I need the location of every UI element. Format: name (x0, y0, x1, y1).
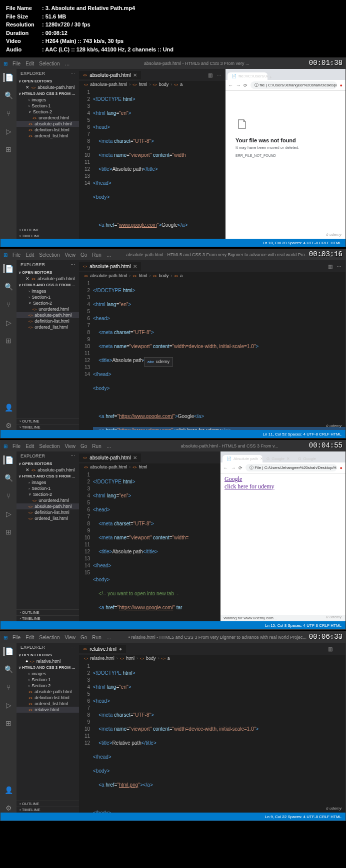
menu-run[interactable]: Run (92, 635, 101, 640)
forward-button[interactable]: → (231, 465, 236, 470)
menu-go[interactable]: Go (80, 252, 87, 258)
open-editor-item[interactable]: ✕<>absolute-path.html (16, 467, 79, 473)
more-menu[interactable]: … (65, 61, 70, 66)
project-section[interactable]: ∨HTML5 AND CSS 3 FROM ... (16, 282, 79, 288)
debug-icon[interactable]: ▷ (4, 701, 13, 710)
code-editor[interactable]: 1234567891011121314 <!DOCTYPE html> <htm… (79, 88, 226, 239)
tab-close-icon[interactable]: ✕ (133, 455, 137, 460)
split-icon[interactable]: ▥ (328, 646, 332, 652)
folder-section2[interactable]: ›Section-2 (16, 683, 79, 689)
browser-tab[interactable]: 📄 file:///C:/Users/Jehangeer%20s ✕ (228, 72, 268, 80)
url-bar[interactable]: ⓘ File | C:/Users/Jehangeer%20shah/Deskt… (246, 464, 337, 471)
project-section[interactable]: ∨HTML5 AND CSS 3 FROM ... (16, 664, 79, 671)
menu-view[interactable]: View (65, 252, 76, 258)
file-absolute[interactable]: <>absolute-path.html (16, 121, 79, 127)
code-editor[interactable]: 1234567891011121314 <!DOCTYPE html> <htm… (79, 279, 346, 430)
gear-icon[interactable]: ⚙ (4, 421, 13, 430)
folder-images[interactable]: ›images (16, 288, 79, 294)
folder-section1[interactable]: ›Section-1 (16, 103, 79, 109)
source-control-icon[interactable]: ⑂ (4, 300, 13, 309)
menu-edit[interactable]: Edit (26, 61, 34, 66)
file-ordered[interactable]: <>ordered_list.html (16, 324, 79, 330)
browser-tab-2[interactable]: G Google ✕ (262, 455, 294, 462)
reload-button[interactable]: ⟳ (244, 83, 248, 88)
tab-absolute[interactable]: <>absolute-path.html✕ (79, 262, 141, 271)
file-definition[interactable]: <>definition-list.html (16, 318, 79, 324)
menu-selection[interactable]: Selection (39, 443, 60, 449)
status-bar[interactable]: Ln 10, Col 28 Spaces: 4 UTF-8 CRLF HTML (0, 239, 346, 247)
tab-close-icon[interactable]: ✕ (133, 264, 137, 269)
back-button[interactable]: ← (228, 83, 233, 88)
split-icon[interactable]: ▥ (328, 264, 332, 269)
folder-section1[interactable]: ›Section-1 (16, 485, 79, 491)
explorer-icon[interactable]: 📄 (4, 73, 12, 82)
debug-icon[interactable]: ▷ (4, 509, 13, 518)
new-tab-button[interactable]: + (268, 75, 274, 80)
folder-section1[interactable]: ›Section-1 (16, 294, 79, 300)
menu-file[interactable]: File (12, 61, 20, 66)
outline-panel[interactable]: › OUTLINE› TIMELINE (16, 609, 79, 621)
folder-images[interactable]: ›images (16, 479, 79, 485)
menu-selection[interactable]: Selection (39, 635, 60, 640)
more-icon[interactable]: ⋯ (70, 453, 75, 458)
tab-close-icon[interactable]: ✕ (133, 72, 137, 78)
file-absolute[interactable]: <>absolute-path.html (16, 689, 79, 695)
menu-go[interactable]: Go (80, 635, 87, 640)
project-section[interactable]: ∨HTML5 AND CSS 3 FROM ... (16, 90, 79, 97)
folder-images[interactable]: ›images (16, 97, 79, 103)
extensions-icon[interactable]: ⊞ (4, 336, 13, 345)
extensions-icon[interactable]: ⊞ (4, 145, 13, 154)
code-content[interactable]: <!DOCTYPE html> <html lang="en"> <head> … (93, 662, 346, 813)
file-absolute[interactable]: <>absolute-path.html (16, 312, 79, 318)
menu-run[interactable]: Run (92, 252, 101, 258)
menu-go[interactable]: Go (80, 443, 87, 449)
debug-icon[interactable]: ▷ (4, 127, 13, 136)
tab-absolute[interactable]: <>absolute-path.html✕ (79, 453, 141, 462)
menu-file[interactable]: File (12, 443, 20, 449)
open-editor-item[interactable]: ✕<>absolute-path.html (16, 84, 79, 90)
menu-edit[interactable]: Edit (26, 635, 34, 640)
search-icon[interactable]: 🔍 (4, 665, 13, 674)
tab-relative[interactable]: <>relative.html● (79, 645, 126, 653)
menu-view[interactable]: View (65, 635, 76, 640)
file-definition[interactable]: <>definition-list.html (16, 509, 79, 515)
more-icon[interactable]: ⋯ (70, 645, 75, 650)
open-editors-section[interactable]: ∨OPEN EDITORS (16, 460, 79, 467)
debug-icon[interactable]: ▷ (4, 318, 13, 327)
link-udemy[interactable]: click here for udemy (224, 483, 342, 490)
browser-tab-3[interactable]: G Google (294, 455, 320, 462)
extensions-icon[interactable]: ⊞ (4, 719, 13, 728)
url-bar[interactable]: ⓘ file | C:/Users/Jehangeer%20shah/Deskt… (250, 81, 337, 89)
outline-panel[interactable]: › OUTLINE› TIMELINE (16, 227, 79, 239)
menu-file[interactable]: File (12, 252, 20, 258)
more-icon[interactable]: ⋯ (70, 262, 75, 267)
source-control-icon[interactable]: ⑂ (4, 491, 13, 500)
tab-absolute[interactable]: <>absolute-path.html✕ (79, 71, 141, 79)
menu-selection[interactable]: Selection (39, 252, 60, 258)
gear-icon[interactable]: ⚙ (4, 804, 13, 813)
breadcrumbs[interactable]: <>absolute-path.html› <>html› <>body› <>… (79, 272, 346, 279)
more-icon[interactable]: ⋯ (336, 646, 342, 652)
more-icon[interactable]: ⋯ (336, 264, 342, 269)
code-content[interactable]: <!DOCTYPE html> <html lang="en"> <head> … (93, 88, 226, 239)
search-icon[interactable]: 🔍 (4, 91, 13, 100)
project-section[interactable]: ∨HTML5 AND CSS 3 FROM ... (16, 473, 79, 479)
explorer-icon[interactable]: 📄 (4, 647, 12, 656)
menu-edit[interactable]: Edit (26, 443, 34, 449)
status-bar[interactable]: Ln 9, Col 22 Spaces: 4 UTF-8 CRLF HTML (0, 813, 346, 821)
autocomplete-popup[interactable]: abcudemy (144, 357, 173, 367)
menu-selection[interactable]: Selection (39, 61, 60, 66)
more-menu[interactable]: … (106, 635, 112, 640)
file-ordered[interactable]: <>ordered_list.html (16, 515, 79, 521)
file-absolute[interactable]: <>absolute-path.html (16, 503, 79, 509)
folder-section1[interactable]: ›Section-1 (16, 677, 79, 683)
open-editor-item[interactable]: ✕<>absolute-path.html (16, 276, 79, 282)
search-icon[interactable]: 🔍 (4, 282, 13, 291)
extensions-icon[interactable]: ⊞ (4, 527, 13, 536)
open-editor-item[interactable]: ●<>relative.html (16, 658, 79, 664)
reload-button[interactable]: ⟳ (238, 465, 242, 470)
file-ordered[interactable]: <>ordered_list.html (16, 133, 79, 139)
file-relative[interactable]: <>relative.html (16, 707, 79, 713)
outline-panel[interactable]: › OUTLINE› TIMELINE (16, 418, 79, 430)
source-control-icon[interactable]: ⑂ (4, 109, 13, 118)
